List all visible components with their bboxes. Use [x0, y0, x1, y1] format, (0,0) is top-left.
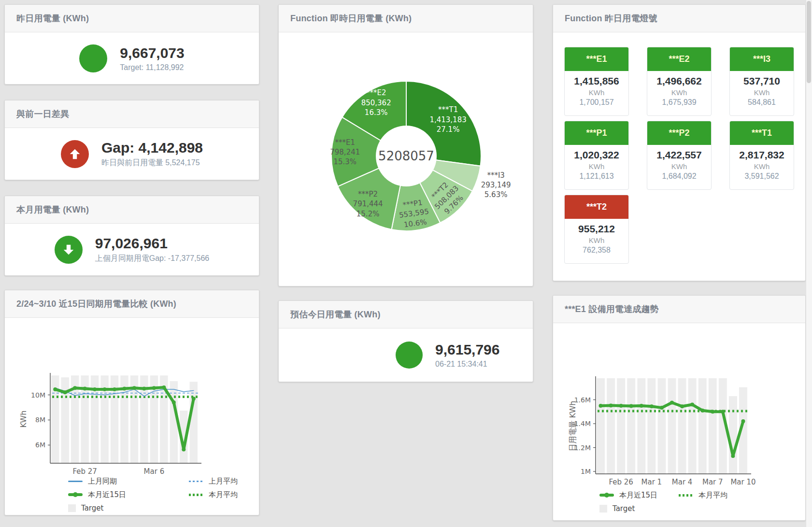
- status-tile-grid: ***E11,415,856KWh1,700,157***E21,496,662…: [553, 32, 805, 281]
- legend-item[interactable]: 上月平均: [189, 476, 310, 486]
- status-tile: ***E11,415,856KWh1,700,157: [564, 47, 629, 116]
- legend-item[interactable]: 上月同期: [68, 476, 189, 486]
- target-bar: [709, 378, 717, 474]
- legend-swatch: [599, 505, 607, 513]
- target-bar: [658, 378, 666, 474]
- legend-swatch: [68, 504, 76, 512]
- legend-label: 本月平均: [209, 490, 238, 499]
- series-marker: [700, 409, 704, 413]
- series-marker: [650, 404, 654, 408]
- series-marker: [132, 386, 136, 390]
- y-tick-label: 10M: [31, 391, 45, 399]
- series-marker: [53, 387, 57, 391]
- yesterday-usage-body: 9,667,073 Target: 11,128,992: [5, 32, 259, 84]
- realtime-donut-svg: 5208057: [279, 5, 534, 287]
- series-marker: [93, 387, 97, 391]
- x-tick-label: Feb 27: [72, 467, 97, 476]
- tile-value: 1,422,557: [647, 149, 711, 161]
- tile-value: 1,496,662: [647, 75, 711, 87]
- series-marker: [142, 387, 146, 391]
- legend-label: Target: [81, 504, 103, 513]
- status-tile: ***I3537,710KWh584,861: [729, 47, 794, 116]
- compare-15day-chart-card: 2/24~3/10 近15日同期用電量比較 (KWh) 10M8M6MFeb 2…: [4, 290, 259, 515]
- status-tile-header: ***P1: [565, 121, 628, 145]
- tile-unit: KWh: [565, 236, 628, 244]
- status-tile: ***P21,422,557KWh1,684,092: [647, 121, 712, 190]
- card-title: 預估今日用電量 (KWh): [279, 301, 533, 328]
- legend-marker-dot: [604, 493, 609, 498]
- series-marker: [619, 404, 623, 408]
- series-marker: [599, 404, 603, 408]
- series-marker: [721, 410, 725, 413]
- legend-item[interactable]: Target: [68, 503, 189, 513]
- x-tick-label: Mar 7: [702, 478, 723, 486]
- series-marker: [660, 406, 664, 410]
- day-gap-subtitle: 昨日與前日用電量 5,524,175: [101, 158, 203, 168]
- target-bar: [627, 378, 635, 474]
- scrollbar-track[interactable]: [806, 0, 812, 527]
- card-title: 昨日用電量 (KWh): [5, 5, 259, 32]
- yesterday-usage-card: 昨日用電量 (KWh) 9,667,073 Target: 11,128,992: [4, 4, 259, 85]
- tile-target-value: 1,675,939: [647, 98, 711, 107]
- tile-target-value: 584,861: [730, 98, 794, 107]
- month-usage-subtitle: 上個月同期用電Gap: -17,377,566: [95, 254, 210, 264]
- tile-unit: KWh: [565, 162, 628, 171]
- target-bar: [647, 378, 655, 474]
- x-tick-label: Mar 6: [144, 467, 165, 476]
- scrollbar-thumb[interactable]: [807, 1, 811, 83]
- series-marker: [192, 397, 196, 400]
- e1-trend-chart-card: ***E1 設備用電達成趨勢 1.6M1.4M1.2M1MFeb 26Mar 1…: [553, 295, 806, 521]
- legend-swatch: [679, 494, 693, 497]
- legend-label: 本月近15日: [88, 490, 126, 499]
- tile-target-value: 1,700,157: [565, 98, 628, 107]
- tile-unit: KWh: [730, 88, 794, 97]
- legend-item[interactable]: 本月近15日: [68, 489, 189, 500]
- estimate-today-card: 預估今日用電量 (KWh) 9,615,796 06-21 15:34:41: [278, 300, 533, 382]
- series-marker: [741, 419, 745, 423]
- up-arrow-icon: [61, 140, 89, 168]
- legend-label: 本月近15日: [619, 491, 657, 500]
- donut-center-total: 5208057: [378, 149, 434, 163]
- tile-unit: KWh: [565, 88, 628, 97]
- target-bar: [688, 378, 697, 474]
- legend-item[interactable]: 本月平均: [679, 490, 758, 500]
- card-title: 與前一日差異: [5, 100, 259, 128]
- realtime-donut-card: Function 即時日用電量 (KWh) 5208057***T11,413,…: [278, 4, 533, 286]
- x-tick-label: Feb 26: [609, 478, 633, 486]
- series-marker: [162, 385, 166, 389]
- series-marker: [63, 390, 67, 394]
- series-marker: [680, 404, 684, 408]
- month-usage-card: 本月用電量 (KWh) 97,026,961 上個月同期用電Gap: -17,3…: [4, 196, 259, 276]
- target-bar: [637, 378, 645, 474]
- legend-item[interactable]: 本月近15日: [599, 490, 679, 500]
- legend-swatch: [68, 493, 83, 496]
- series-marker: [113, 387, 116, 391]
- status-tile: ***P11,020,322KWh1,121,613: [564, 121, 629, 190]
- series-marker: [103, 387, 107, 391]
- series-marker: [172, 400, 176, 404]
- legend-item[interactable]: 本月平均: [189, 489, 310, 500]
- x-tick-label: Mar 4: [672, 478, 693, 486]
- legend-item[interactable]: Target: [599, 503, 679, 514]
- estimate-today-value: 9,615,796: [435, 342, 499, 357]
- series-marker: [711, 410, 714, 413]
- chart-legend-row: 本月近15日本月平均: [68, 489, 310, 500]
- yesterday-lights-card: Function 昨日用電燈號 ***E11,415,856KWh1,700,1…: [553, 4, 806, 281]
- series-marker: [640, 404, 643, 408]
- estimate-today-time: 06-21 15:34:41: [435, 360, 499, 369]
- day-gap-card: 與前一日差異 Gap: 4,142,898 昨日與前日用電量 5,524,175: [4, 100, 259, 180]
- status-circle-green-icon: [396, 342, 423, 369]
- estimate-today-body: 9,615,796 06-21 15:34:41: [279, 328, 533, 382]
- y-tick-label: 8M: [35, 416, 45, 424]
- status-tile: ***T12,817,832KWh3,591,562: [729, 121, 794, 190]
- tile-target-value: 762,358: [565, 246, 628, 255]
- status-tile-header: ***E2: [647, 47, 711, 71]
- y-tick-label: 6M: [35, 441, 45, 449]
- x-tick-label: Mar 10: [730, 478, 755, 486]
- legend-label: 上月平均: [209, 477, 238, 486]
- legend-swatch: [599, 494, 614, 497]
- status-tile-header: ***T1: [730, 121, 794, 145]
- yesterday-usage-value: 9,667,073: [120, 45, 184, 61]
- series-marker: [731, 454, 735, 458]
- tile-target-value: 3,591,562: [730, 172, 794, 181]
